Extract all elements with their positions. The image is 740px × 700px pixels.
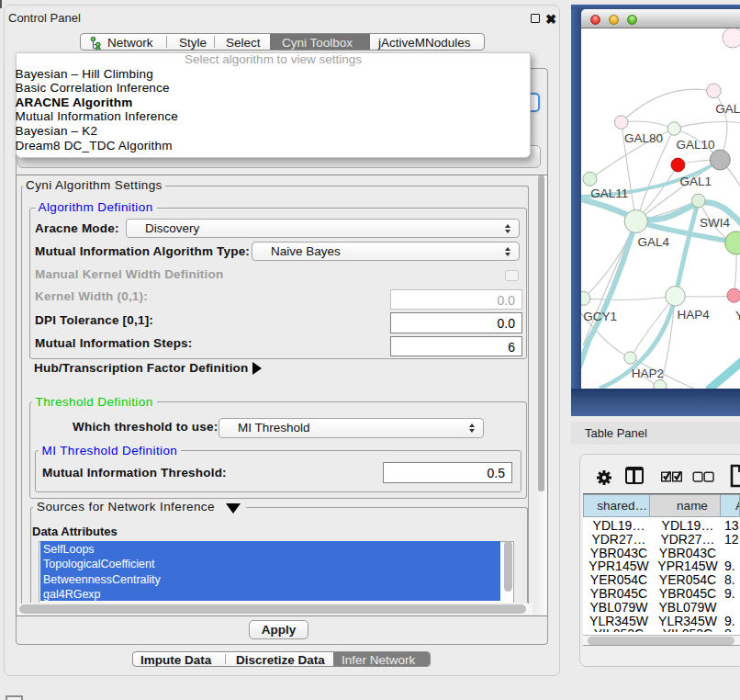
svg-text:GAL1: GAL1: [680, 175, 712, 188]
svg-text:GAL11: GAL11: [590, 186, 628, 200]
svg-text:GAL10: GAL10: [677, 138, 715, 152]
svg-text:GCY1: GCY1: [583, 310, 617, 323]
svg-text:GAL80: GAL80: [624, 131, 663, 145]
svg-text:SWI4: SWI4: [700, 216, 730, 230]
svg-text:Y: Y: [735, 309, 740, 322]
svg-text:GAL7: GAL7: [715, 102, 740, 116]
svg-text:GAL4: GAL4: [638, 235, 670, 249]
svg-text:HAP4: HAP4: [678, 308, 711, 322]
svg-text:HAP2: HAP2: [632, 367, 664, 380]
